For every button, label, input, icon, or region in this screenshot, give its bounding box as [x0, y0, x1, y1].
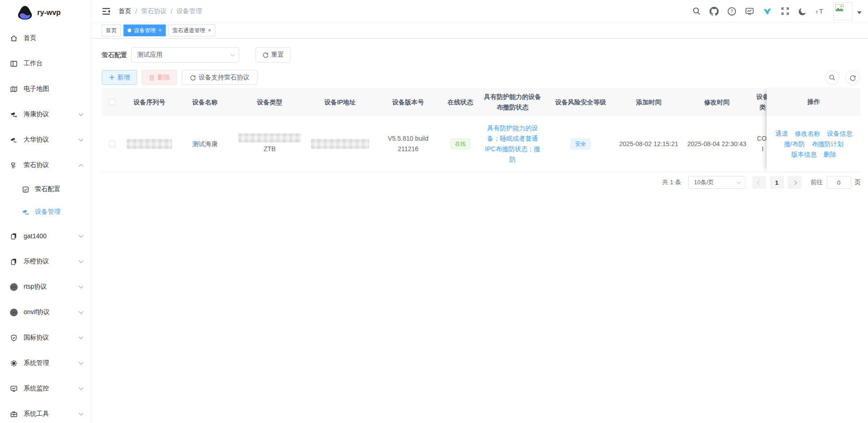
sidebar-item-onvif[interactable]: ONVIF onvif协议: [0, 300, 91, 325]
breadcrumb-item-current: 设备管理: [177, 7, 202, 15]
sidebar-item-lecheng[interactable]: 乐橙协议: [0, 249, 91, 274]
tab-home[interactable]: 首页: [102, 25, 121, 36]
modify-time: 2025-08-04 22:30:43: [683, 139, 751, 149]
sidebar-item-label: 系统工具: [24, 410, 79, 418]
fixed-actions-column: 操作 通道 修改名称 设备信息 撤/布防 布撤防计划 版本信息 删除: [767, 88, 861, 172]
sidebar: ry-wvp 首页 工作台 电子地图 海康协议 大华协议: [0, 0, 91, 423]
sidebar-item-gat1400[interactable]: gat1400: [0, 223, 91, 249]
tab-device-management[interactable]: 设备管理 ×: [123, 25, 166, 36]
dark-mode-moon-icon[interactable]: [798, 7, 807, 16]
close-icon[interactable]: ×: [158, 28, 162, 33]
onvif-badge-icon: ONVIF: [10, 309, 18, 316]
sidebar-item-device-management[interactable]: 设备管理: [0, 201, 91, 223]
online-status-badge: 在线: [450, 138, 470, 149]
sidebar-item-system-management[interactable]: 系统管理: [0, 350, 91, 376]
select-all-checkbox[interactable]: [109, 99, 115, 105]
sidebar-item-gb-protocol[interactable]: 国标协议: [0, 325, 91, 350]
reset-button[interactable]: 重置: [256, 47, 291, 63]
column-header-type: 设备类型: [233, 97, 306, 108]
gear-icon: [10, 359, 18, 367]
help-question-icon[interactable]: ?: [727, 7, 736, 16]
user-menu[interactable]: [833, 2, 862, 20]
breadcrumb-item-home[interactable]: 首页: [118, 7, 131, 15]
tab-ezviz-channel-management[interactable]: 萤石通道管理 ×: [168, 25, 215, 36]
column-header-add-time: 添加时间: [615, 97, 683, 108]
chevron-down-icon: [79, 137, 84, 142]
page-size-select[interactable]: 10条/页: [688, 176, 745, 189]
chevron-down-icon: [79, 335, 84, 339]
sidebar-item-rtsp[interactable]: RTSP rtsp协议: [0, 274, 91, 300]
prev-page-button[interactable]: [752, 176, 766, 189]
svg-text:T: T: [819, 8, 823, 15]
sidebar-item-label: 首页: [24, 34, 83, 42]
screen-chart-icon[interactable]: [745, 7, 754, 16]
webcam-icon: [10, 162, 18, 169]
chevron-down-icon: [79, 360, 84, 365]
row-checkbox[interactable]: [109, 141, 115, 147]
device-name: 测试海康: [177, 139, 233, 149]
table-search-button[interactable]: [825, 70, 839, 85]
action-arm-disarm-link[interactable]: 撤/布防: [784, 139, 805, 148]
breadcrumb-item-protocol: 萤石协议: [141, 7, 167, 15]
broken-image-icon: [835, 4, 844, 12]
sidebar-item-label: 大华协议: [24, 136, 79, 144]
add-time: 2025-08-02 12:15:21: [615, 139, 683, 149]
goto-page-input[interactable]: [827, 176, 851, 189]
sidebar-item-ezviz[interactable]: 萤石协议: [0, 152, 91, 178]
fullscreen-icon[interactable]: [780, 7, 789, 16]
column-header-serial: 设备序列号: [122, 97, 177, 108]
action-channel-link[interactable]: 通道: [775, 129, 788, 138]
sidebar-item-ezviz-config[interactable]: 萤石配置: [0, 178, 91, 201]
sidebar-item-system-monitor[interactable]: 系统监控: [0, 376, 91, 401]
app-root: ry-wvp 首页 工作台 电子地图 海康协议 大华协议: [0, 0, 868, 423]
chevron-down-icon: [79, 284, 84, 289]
action-version-info-link[interactable]: 版本信息: [791, 150, 817, 159]
sidebar-item-label: onvif协议: [24, 308, 79, 316]
sidebar-item-home[interactable]: 首页: [0, 25, 91, 51]
map-icon: [10, 85, 18, 93]
ezviz-config-select[interactable]: 测试应用: [131, 47, 239, 63]
sidebar-item-hikvision[interactable]: 海康协议: [0, 102, 91, 127]
protection-status-text[interactable]: 具有防护能力的设备；睡眠或者普通IPC布撤防状态；撤防: [478, 123, 547, 165]
sidebar-fold-icon[interactable]: [102, 7, 111, 16]
device-support-ezviz-button[interactable]: 设备支持萤石协议: [182, 70, 257, 85]
page-size-value: 10条/页: [694, 178, 737, 187]
chevron-down-icon: [231, 52, 235, 57]
clipped-value-line2: I: [762, 144, 764, 154]
table-refresh-button[interactable]: [845, 70, 860, 85]
github-icon[interactable]: [710, 7, 719, 16]
refresh-icon: [190, 74, 196, 81]
sidebar-item-map[interactable]: 电子地图: [0, 76, 91, 102]
redacted-serial-number: [127, 139, 172, 149]
toolbox-icon: [10, 410, 18, 418]
delete-button[interactable]: 删除: [142, 70, 177, 85]
caret-down-icon: [857, 11, 862, 14]
chevron-down-icon: [79, 233, 84, 238]
close-icon[interactable]: ×: [208, 28, 211, 33]
action-rename-link[interactable]: 修改名称: [795, 129, 820, 138]
sidebar-item-workbench[interactable]: 工作台: [0, 51, 91, 76]
logo-row[interactable]: ry-wvp: [0, 0, 91, 25]
breadcrumb: 首页 / 萤石协议 / 设备管理: [118, 7, 202, 15]
top-navbar: 首页 / 萤石协议 / 设备管理 ?: [91, 0, 868, 23]
active-tab-dot: [128, 29, 131, 32]
font-size-icon[interactable]: тT: [816, 7, 825, 16]
search-icon[interactable]: [692, 7, 701, 16]
redacted-device-type: [238, 133, 301, 143]
sidebar-item-label: 萤石协议: [24, 161, 79, 169]
checkbox-icon: [22, 186, 30, 193]
action-device-info-link[interactable]: 设备信息: [827, 129, 853, 138]
sidebar-item-dahua[interactable]: 大华协议: [0, 127, 91, 152]
sidebar-item-label: 乐橙协议: [24, 257, 79, 266]
sidebar-item-system-tools[interactable]: 系统工具: [0, 401, 91, 423]
page-number-button[interactable]: 1: [770, 176, 784, 189]
app-title: ry-wvp: [37, 9, 61, 17]
action-delete-link[interactable]: 删除: [824, 150, 836, 159]
brand-wing-icon[interactable]: [763, 7, 772, 16]
breadcrumb-separator: /: [171, 8, 173, 15]
add-button[interactable]: 新增: [102, 70, 137, 85]
chevron-right-icon: [792, 180, 797, 185]
next-page-button[interactable]: [788, 176, 802, 189]
action-arm-plan-link[interactable]: 布撤防计划: [812, 139, 843, 148]
avatar[interactable]: [833, 2, 853, 20]
